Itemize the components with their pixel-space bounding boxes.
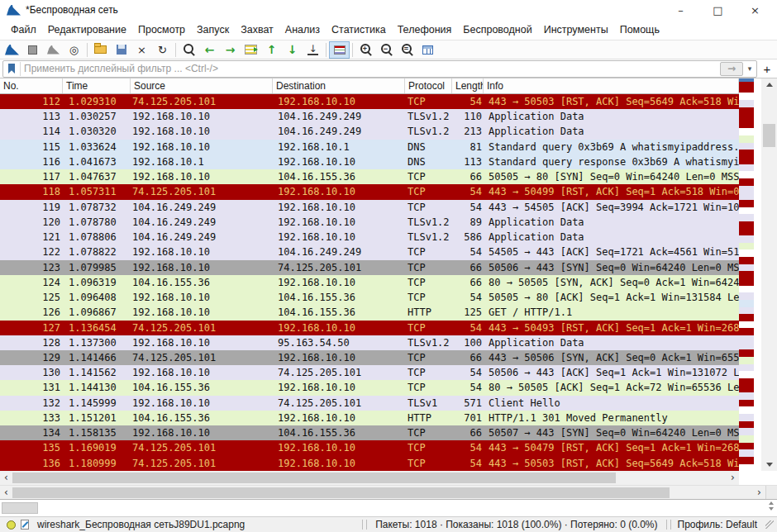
column-header-protocol[interactable]: Protocol [405, 78, 452, 93]
filter-bookmark-button[interactable] [3, 62, 21, 76]
zoom-out-button[interactable]: − [376, 41, 397, 59]
filter-add-button[interactable]: + [760, 61, 775, 77]
column-header-no[interactable]: No. [0, 78, 63, 93]
cell-time: 1.096867 [63, 305, 131, 320]
capture-options-button[interactable]: ◎ [64, 41, 84, 59]
packet-row[interactable]: 1121.02931074.125.205.101192.168.10.10TC… [0, 94, 739, 109]
packet-row[interactable]: 1161.041673192.168.10.1192.168.10.10DNS1… [0, 154, 739, 169]
filter-dropdown-caret[interactable]: ▾ [745, 63, 755, 75]
minimap-stripe [739, 121, 754, 129]
cell-time: 1.030320 [63, 124, 131, 139]
packet-row[interactable]: 1141.030320192.168.10.10104.16.249.249TL… [0, 124, 739, 139]
find-packet-button[interactable] [179, 41, 199, 59]
scroll-left-button-2[interactable]: ‹ [0, 486, 12, 500]
column-header-length[interactable]: Length [452, 78, 484, 93]
vertical-scrollbar-thumb[interactable] [763, 124, 775, 147]
packet-row[interactable]: 1211.078806104.16.249.249192.168.10.10TL… [0, 230, 739, 245]
colorize-button[interactable] [329, 41, 350, 59]
profile-label[interactable]: Профиль: Default [678, 519, 758, 530]
packet-row[interactable]: 1331.151201104.16.155.36192.168.10.10HTT… [0, 411, 739, 425]
menu-item-захват[interactable]: Захват [235, 21, 279, 38]
go-forward-button[interactable]: → [220, 41, 241, 59]
column-header-time[interactable]: Time [63, 78, 131, 93]
cell-proto: TCP [405, 440, 452, 455]
menu-item-беспроводной[interactable]: Беспроводной [457, 21, 537, 38]
menu-bar: ФайлРедактированиеПросмотрЗапускЗахватАн… [0, 20, 777, 40]
packet-row[interactable]: 1311.144130104.16.155.36192.168.10.10TCP… [0, 380, 739, 395]
packet-row[interactable]: 1221.078822192.168.10.10104.16.249.249TC… [0, 245, 739, 259]
filter-bar: → ▾ + [0, 59, 777, 78]
capture-comment-icon[interactable] [21, 520, 29, 530]
packet-row[interactable]: 1131.030257192.168.10.10104.16.249.249TL… [0, 109, 739, 124]
capture-restart-button[interactable] [43, 41, 64, 59]
packet-row[interactable]: 1351.16901974.125.205.101192.168.10.10TC… [0, 440, 739, 455]
horizontal-scrollbar-2[interactable]: ‹ › [0, 486, 765, 500]
packet-row[interactable]: 1231.079985192.168.10.1074.125.205.101TC… [0, 260, 739, 275]
file-close-button[interactable]: × [131, 41, 152, 59]
column-header-info[interactable]: Info [484, 78, 739, 93]
close-button[interactable]: × [736, 1, 774, 19]
minimize-button[interactable]: – [662, 1, 699, 19]
horizontal-scrollbar2-thumb[interactable] [12, 487, 670, 498]
menu-item-редактирование[interactable]: Редактирование [42, 21, 132, 38]
scroll-up-button[interactable] [761, 78, 777, 91]
packet-row[interactable]: 1251.096408192.168.10.10104.16.155.36TCP… [0, 290, 739, 305]
go-forward-icon: → [226, 44, 236, 55]
menu-item-файл[interactable]: Файл [5, 21, 42, 38]
column-header-source[interactable]: Source [131, 78, 273, 93]
collapsed-pane-thumb[interactable] [2, 502, 38, 514]
packet-row[interactable]: 1301.141562192.168.10.1074.125.205.101TC… [0, 365, 739, 380]
menu-item-телефония[interactable]: Телефония [392, 21, 458, 38]
collapsed-pane-scroll-arrows[interactable] [769, 501, 774, 511]
menu-item-статистика[interactable]: Статистика [326, 21, 392, 38]
packet-row[interactable]: 1271.13645474.125.205.101192.168.10.10TC… [0, 321, 739, 335]
reload-button[interactable]: ↻ [152, 41, 173, 59]
menu-item-анализ[interactable]: Анализ [279, 21, 326, 38]
filter-apply-button[interactable]: → [720, 62, 743, 76]
go-to-packet-button[interactable] [241, 41, 261, 59]
maximize-button[interactable]: □ [699, 1, 736, 19]
packet-row[interactable]: 1241.096319104.16.155.36192.168.10.10TCP… [0, 275, 739, 290]
packet-row[interactable]: 1171.047637192.168.10.10104.16.155.36TCP… [0, 169, 739, 184]
file-save-button[interactable] [111, 41, 131, 59]
intelligent-scrollbar[interactable] [739, 78, 754, 471]
expert-info-icon[interactable] [7, 520, 16, 530]
packet-row[interactable]: 1361.18099974.125.205.101192.168.10.10TC… [0, 456, 739, 471]
menu-item-помощь[interactable]: Помощь [614, 21, 665, 38]
zoom-in-button[interactable]: + [355, 41, 376, 59]
scroll-left-button[interactable]: ‹ [0, 471, 12, 485]
horizontal-scrollbar-thumb[interactable] [12, 473, 616, 483]
column-header-destination[interactable]: Destination [273, 78, 405, 93]
go-last-button[interactable]: ↓ [282, 41, 303, 59]
horizontal-scrollbar[interactable]: ‹ › [0, 471, 739, 485]
packet-row[interactable]: 1181.05731174.125.205.101192.168.10.10TC… [0, 184, 739, 199]
display-filter-input[interactable] [21, 63, 720, 75]
packet-row[interactable]: 1151.033624192.168.10.10192.168.10.1DNS8… [0, 140, 739, 154]
menu-item-просмотр[interactable]: Просмотр [132, 21, 191, 38]
zoom-reset-button[interactable]: = [397, 41, 417, 59]
menu-item-запуск[interactable]: Запуск [191, 21, 235, 38]
packet-row[interactable]: 1341.158135192.168.10.10104.16.155.36TCP… [0, 425, 739, 440]
cell-dst: 192.168.10.1 [273, 140, 405, 154]
packet-row[interactable]: 1201.078780104.16.249.249192.168.10.10TL… [0, 215, 739, 230]
capture-start-button[interactable] [2, 41, 22, 59]
auto-scroll-button[interactable]: ↓ [303, 41, 323, 59]
cell-no: 118 [0, 184, 63, 199]
menu-item-инструменты[interactable]: Инструменты [538, 21, 614, 38]
packet-row[interactable]: 1291.14146674.125.205.101192.168.10.10TC… [0, 350, 739, 365]
packet-row[interactable]: 1191.078732104.16.249.249192.168.10.10TC… [0, 200, 739, 215]
scroll-right-button[interactable]: › [727, 471, 739, 485]
packet-row[interactable]: 1281.137300192.168.10.1095.163.54.50TLSv… [0, 335, 739, 350]
resize-columns-button[interactable] [417, 41, 438, 59]
vertical-scrollbar[interactable] [761, 78, 777, 471]
scroll-right-button-2[interactable]: › [753, 486, 765, 500]
capture-stop-button[interactable] [22, 41, 43, 59]
go-first-button[interactable]: ↑ [261, 41, 282, 59]
file-open-button[interactable] [90, 41, 111, 59]
packet-row[interactable]: 1321.145999192.168.10.1074.125.205.101TL… [0, 396, 739, 411]
go-back-button[interactable]: ← [199, 41, 220, 59]
packet-row[interactable]: 1261.096867192.168.10.10104.16.155.36HTT… [0, 305, 739, 320]
resize-grip[interactable] [765, 520, 774, 529]
cell-len: 571 [452, 396, 484, 411]
scroll-down-button[interactable] [761, 458, 777, 471]
